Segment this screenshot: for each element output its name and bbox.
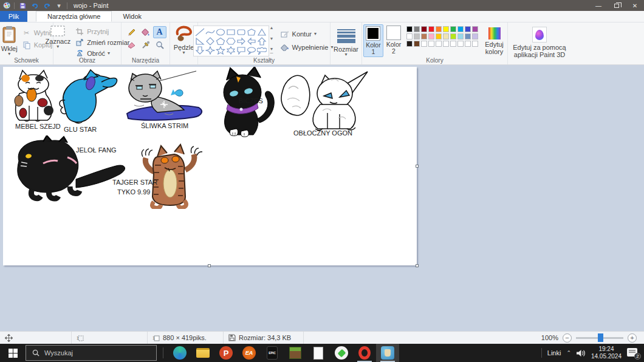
tab-file[interactable]: Plik [0,11,27,22]
palette-swatch-empty[interactable] [472,41,478,47]
palette-swatch[interactable] [421,26,427,32]
select-button[interactable]: Zaznacz ▾ [43,24,74,50]
palette-swatch-empty[interactable] [443,41,449,47]
shape-star-6-icon[interactable] [226,46,236,55]
canvas-resize-handle-bottom[interactable] [208,264,211,267]
palette-swatch[interactable] [457,33,464,39]
color1-button[interactable]: Kolor1 [363,24,383,57]
palette-swatch[interactable] [406,33,413,39]
action-center-button[interactable]: 2 [627,348,639,358]
palette-swatch[interactable] [465,26,471,32]
palette-swatch[interactable] [450,33,456,39]
zoom-out-button[interactable]: − [563,333,572,343]
shape-star-4-icon[interactable] [205,46,216,55]
shape-star-5-icon[interactable] [216,46,226,55]
palette-swatch[interactable] [421,33,427,39]
shape-ellipse-icon[interactable] [216,27,226,36]
drawing-canvas[interactable]: MEBEL SZEJD GLU STAR ŚLIWKA STRIM BICZES… [3,67,417,265]
palette-swatch-empty[interactable] [465,41,471,47]
palette-swatch[interactable] [436,33,442,39]
restore-button[interactable] [608,0,626,11]
speaker-icon[interactable] [577,349,586,357]
shape-line-icon[interactable] [195,27,205,36]
outline-button[interactable]: Kontur ▾ [278,29,335,39]
palette-swatch[interactable] [428,33,434,39]
canvas-resize-handle-corner[interactable] [416,264,419,267]
shape-arrow-down-icon[interactable] [195,46,205,55]
taskbar-app-ea[interactable]: EA [238,344,261,362]
color-picker-tool-button[interactable] [139,39,152,51]
taskbar-app-paint[interactable] [376,344,399,362]
shape-triangle-icon[interactable] [257,27,267,36]
taskbar-app-minecraft[interactable] [284,344,307,362]
palette-swatch[interactable] [443,26,449,32]
paint3d-button[interactable]: Edytuj za pomocąaplikacji Paint 3D [510,24,568,60]
palette-swatch-empty[interactable] [457,41,464,47]
palette-swatch[interactable] [406,41,413,47]
shape-rect-icon[interactable] [226,27,236,36]
shape-callout-rect-icon[interactable] [236,46,247,55]
tray-expand-icon[interactable]: ⌃ [566,350,571,356]
palette-swatch-empty[interactable] [428,41,434,47]
undo-button[interactable] [30,2,39,10]
shape-arrow-up-icon[interactable] [257,36,267,46]
palette-swatch[interactable] [428,26,434,32]
shape-polygon-icon[interactable] [247,27,257,36]
shape-arrow-right-icon[interactable] [236,36,247,46]
eraser-tool-button[interactable] [125,39,139,51]
size-button[interactable]: Rozmiar ▾ [331,24,361,58]
palette-swatch-empty[interactable] [450,41,456,47]
zoom-slider-handle[interactable] [598,333,603,342]
close-button[interactable]: ✕ [626,0,644,11]
palette-swatch[interactable] [414,33,420,39]
palette-swatch[interactable] [414,26,420,32]
start-button[interactable] [0,344,26,362]
tab-view[interactable]: Widok [112,11,152,22]
palette-swatch[interactable] [406,26,413,32]
fill-shape-button[interactable]: Wypełnienie ▾ [278,43,335,52]
paste-button[interactable]: Wklej ▾ [0,24,20,57]
shape-arrow-left-icon[interactable] [247,36,257,46]
customize-toolbar-dropdown[interactable]: ▾ [55,2,63,10]
shape-rounded-rect-icon[interactable] [236,27,247,36]
palette-swatch[interactable] [457,26,464,32]
save-button[interactable] [18,2,27,10]
palette-swatch-empty[interactable] [436,41,442,47]
palette-swatch[interactable] [414,41,420,47]
magnifier-tool-button[interactable] [153,39,166,51]
shape-hexagon-icon[interactable] [226,36,236,46]
pencil-tool-button[interactable] [125,26,139,38]
taskbar-search-input[interactable]: Wyszukaj [26,345,157,361]
zoom-in-button[interactable]: + [628,333,637,343]
taskbar-app-sims[interactable] [330,344,353,362]
shape-curve-icon[interactable] [205,27,216,36]
redo-button[interactable] [43,2,51,10]
canvas-resize-handle-right[interactable] [416,165,419,168]
palette-swatch[interactable] [436,26,442,32]
shape-diamond-icon[interactable] [205,36,216,46]
taskbar-app-explorer[interactable] [191,344,214,362]
shape-callout-cloud-icon[interactable] [257,46,267,55]
zoom-slider[interactable] [576,337,623,339]
edit-colors-button[interactable]: Edytujkolory [482,24,506,56]
shape-right-triangle-icon[interactable] [195,36,205,46]
color2-button[interactable]: Kolor2 [385,24,403,56]
fill-tool-button[interactable] [139,26,152,38]
taskbar-app-edge[interactable] [168,344,191,362]
palette-swatch[interactable] [443,33,449,39]
palette-swatch[interactable] [465,33,471,39]
shape-pentagon-icon[interactable] [216,36,226,46]
minimize-button[interactable]: — [589,0,608,11]
palette-swatch-empty[interactable] [421,41,427,47]
taskbar-app-notepad[interactable] [307,344,330,362]
taskbar-app-powerpoint[interactable]: P [214,344,238,362]
tab-home[interactable]: Narzędzia główne [36,11,112,22]
shape-callout-oval-icon[interactable] [247,46,257,55]
shapes-scrollbar[interactable]: ▲ ▼ ▼─ [270,26,274,55]
taskbar-app-epic[interactable]: EPIC [261,344,284,362]
palette-swatch[interactable] [472,33,478,39]
palette-swatch[interactable] [450,26,456,32]
text-tool-button[interactable]: A [153,26,166,38]
taskbar-clock[interactable]: 19:24 14.05.2024 [591,346,622,360]
taskbar-app-opera[interactable] [353,344,376,362]
